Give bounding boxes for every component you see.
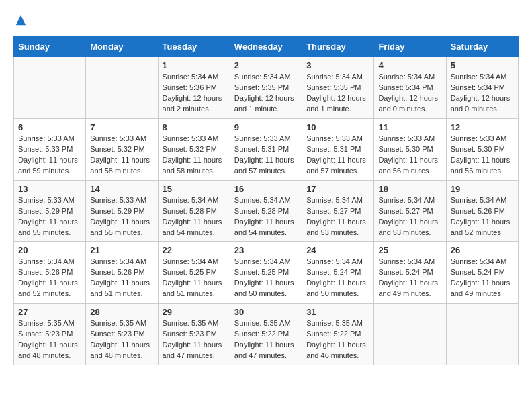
calendar-cell: 6Sunrise: 5:33 AM Sunset: 5:33 PM Daylig… [14, 118, 86, 180]
day-info: Sunrise: 5:34 AM Sunset: 5:24 PM Dayligh… [451, 257, 514, 300]
calendar-cell: 13Sunrise: 5:33 AM Sunset: 5:29 PM Dayli… [14, 180, 86, 242]
logo-icon [15, 14, 27, 26]
week-row-4: 20Sunrise: 5:34 AM Sunset: 5:26 PM Dayli… [14, 242, 519, 304]
day-number: 24 [306, 245, 369, 255]
calendar-cell: 4Sunrise: 5:34 AM Sunset: 5:34 PM Daylig… [374, 57, 446, 119]
calendar-cell: 10Sunrise: 5:33 AM Sunset: 5:31 PM Dayli… [302, 118, 374, 180]
calendar-cell: 14Sunrise: 5:33 AM Sunset: 5:29 PM Dayli… [86, 180, 158, 242]
week-row-2: 6Sunrise: 5:33 AM Sunset: 5:33 PM Daylig… [14, 118, 519, 180]
day-info: Sunrise: 5:35 AM Sunset: 5:23 PM Dayligh… [18, 318, 81, 361]
calendar-cell: 3Sunrise: 5:34 AM Sunset: 5:35 PM Daylig… [302, 57, 374, 119]
day-number: 18 [378, 184, 441, 194]
calendar-cell [446, 304, 518, 365]
col-header-wednesday: Wednesday [230, 37, 302, 57]
day-info: Sunrise: 5:33 AM Sunset: 5:32 PM Dayligh… [90, 134, 153, 177]
day-info: Sunrise: 5:34 AM Sunset: 5:34 PM Dayligh… [451, 72, 514, 115]
header-row: SundayMondayTuesdayWednesdayThursdayFrid… [14, 37, 519, 57]
day-number: 21 [90, 245, 153, 255]
calendar-cell: 23Sunrise: 5:34 AM Sunset: 5:25 PM Dayli… [230, 242, 302, 304]
day-number: 27 [18, 307, 81, 317]
calendar-cell: 2Sunrise: 5:34 AM Sunset: 5:35 PM Daylig… [230, 57, 302, 119]
day-info: Sunrise: 5:33 AM Sunset: 5:30 PM Dayligh… [451, 134, 514, 177]
calendar-cell: 22Sunrise: 5:34 AM Sunset: 5:25 PM Dayli… [158, 242, 230, 304]
calendar-cell: 25Sunrise: 5:34 AM Sunset: 5:24 PM Dayli… [374, 242, 446, 304]
day-number: 29 [163, 307, 226, 317]
calendar-cell: 24Sunrise: 5:34 AM Sunset: 5:24 PM Dayli… [302, 242, 374, 304]
day-info: Sunrise: 5:33 AM Sunset: 5:31 PM Dayligh… [306, 134, 369, 177]
col-header-tuesday: Tuesday [158, 37, 230, 57]
day-info: Sunrise: 5:33 AM Sunset: 5:33 PM Dayligh… [18, 134, 81, 177]
day-number: 6 [18, 122, 81, 132]
svg-marker-0 [16, 15, 26, 25]
calendar-cell: 16Sunrise: 5:34 AM Sunset: 5:28 PM Dayli… [230, 180, 302, 242]
day-info: Sunrise: 5:34 AM Sunset: 5:35 PM Dayligh… [306, 72, 369, 115]
day-info: Sunrise: 5:35 AM Sunset: 5:23 PM Dayligh… [90, 318, 153, 361]
day-number: 12 [451, 122, 514, 132]
day-number: 15 [163, 184, 226, 194]
logo-text [13, 13, 27, 30]
day-number: 13 [18, 184, 81, 194]
col-header-thursday: Thursday [302, 37, 374, 57]
day-info: Sunrise: 5:34 AM Sunset: 5:36 PM Dayligh… [163, 72, 226, 115]
calendar-table: SundayMondayTuesdayWednesdayThursdayFrid… [13, 36, 519, 365]
day-number: 28 [90, 307, 153, 317]
day-info: Sunrise: 5:34 AM Sunset: 5:28 PM Dayligh… [234, 195, 298, 238]
day-info: Sunrise: 5:35 AM Sunset: 5:22 PM Dayligh… [234, 318, 298, 361]
day-info: Sunrise: 5:33 AM Sunset: 5:29 PM Dayligh… [90, 195, 153, 238]
day-info: Sunrise: 5:33 AM Sunset: 5:32 PM Dayligh… [163, 134, 226, 177]
day-info: Sunrise: 5:34 AM Sunset: 5:24 PM Dayligh… [306, 257, 369, 300]
calendar-cell [14, 57, 86, 119]
calendar-cell: 19Sunrise: 5:34 AM Sunset: 5:26 PM Dayli… [446, 180, 518, 242]
calendar-cell: 26Sunrise: 5:34 AM Sunset: 5:24 PM Dayli… [446, 242, 518, 304]
calendar-cell: 28Sunrise: 5:35 AM Sunset: 5:23 PM Dayli… [86, 304, 158, 365]
day-number: 30 [234, 307, 298, 317]
col-header-monday: Monday [86, 37, 158, 57]
calendar-cell: 1Sunrise: 5:34 AM Sunset: 5:36 PM Daylig… [158, 57, 230, 119]
calendar-cell: 8Sunrise: 5:33 AM Sunset: 5:32 PM Daylig… [158, 118, 230, 180]
calendar-cell: 18Sunrise: 5:34 AM Sunset: 5:27 PM Dayli… [374, 180, 446, 242]
week-row-3: 13Sunrise: 5:33 AM Sunset: 5:29 PM Dayli… [14, 180, 519, 242]
day-info: Sunrise: 5:34 AM Sunset: 5:28 PM Dayligh… [163, 195, 226, 238]
col-header-saturday: Saturday [446, 37, 518, 57]
calendar-cell: 30Sunrise: 5:35 AM Sunset: 5:22 PM Dayli… [230, 304, 302, 365]
calendar-cell: 11Sunrise: 5:33 AM Sunset: 5:30 PM Dayli… [374, 118, 446, 180]
day-number: 2 [234, 60, 298, 71]
day-info: Sunrise: 5:34 AM Sunset: 5:26 PM Dayligh… [90, 257, 153, 300]
day-number: 4 [378, 60, 441, 71]
day-number: 5 [451, 60, 514, 71]
col-header-friday: Friday [374, 37, 446, 57]
calendar-cell: 29Sunrise: 5:35 AM Sunset: 5:23 PM Dayli… [158, 304, 230, 365]
day-number: 8 [163, 122, 226, 132]
week-row-1: 1Sunrise: 5:34 AM Sunset: 5:36 PM Daylig… [14, 57, 519, 119]
day-info: Sunrise: 5:34 AM Sunset: 5:26 PM Dayligh… [451, 195, 514, 238]
day-info: Sunrise: 5:33 AM Sunset: 5:29 PM Dayligh… [18, 195, 81, 238]
calendar-cell: 20Sunrise: 5:34 AM Sunset: 5:26 PM Dayli… [14, 242, 86, 304]
day-number: 3 [306, 60, 369, 71]
day-info: Sunrise: 5:34 AM Sunset: 5:24 PM Dayligh… [378, 257, 441, 300]
calendar-cell: 21Sunrise: 5:34 AM Sunset: 5:26 PM Dayli… [86, 242, 158, 304]
calendar-cell: 15Sunrise: 5:34 AM Sunset: 5:28 PM Dayli… [158, 180, 230, 242]
day-number: 19 [451, 184, 514, 194]
day-number: 9 [234, 122, 298, 132]
day-info: Sunrise: 5:33 AM Sunset: 5:31 PM Dayligh… [234, 134, 298, 177]
calendar-cell: 9Sunrise: 5:33 AM Sunset: 5:31 PM Daylig… [230, 118, 302, 180]
day-number: 11 [378, 122, 441, 132]
day-info: Sunrise: 5:34 AM Sunset: 5:25 PM Dayligh… [234, 257, 298, 300]
day-info: Sunrise: 5:35 AM Sunset: 5:22 PM Dayligh… [306, 318, 369, 361]
calendar-cell: 5Sunrise: 5:34 AM Sunset: 5:34 PM Daylig… [446, 57, 518, 119]
day-info: Sunrise: 5:34 AM Sunset: 5:25 PM Dayligh… [163, 257, 226, 300]
day-info: Sunrise: 5:35 AM Sunset: 5:23 PM Dayligh… [163, 318, 226, 361]
day-info: Sunrise: 5:33 AM Sunset: 5:30 PM Dayligh… [378, 134, 441, 177]
day-number: 1 [163, 60, 226, 71]
day-info: Sunrise: 5:34 AM Sunset: 5:27 PM Dayligh… [378, 195, 441, 238]
day-number: 10 [306, 122, 369, 132]
day-number: 17 [306, 184, 369, 194]
day-number: 25 [378, 245, 441, 255]
calendar-cell: 12Sunrise: 5:33 AM Sunset: 5:30 PM Dayli… [446, 118, 518, 180]
calendar-cell: 17Sunrise: 5:34 AM Sunset: 5:27 PM Dayli… [302, 180, 374, 242]
day-number: 7 [90, 122, 153, 132]
calendar-cell: 7Sunrise: 5:33 AM Sunset: 5:32 PM Daylig… [86, 118, 158, 180]
day-number: 23 [234, 245, 298, 255]
calendar-cell [86, 57, 158, 119]
calendar-cell [374, 304, 446, 365]
